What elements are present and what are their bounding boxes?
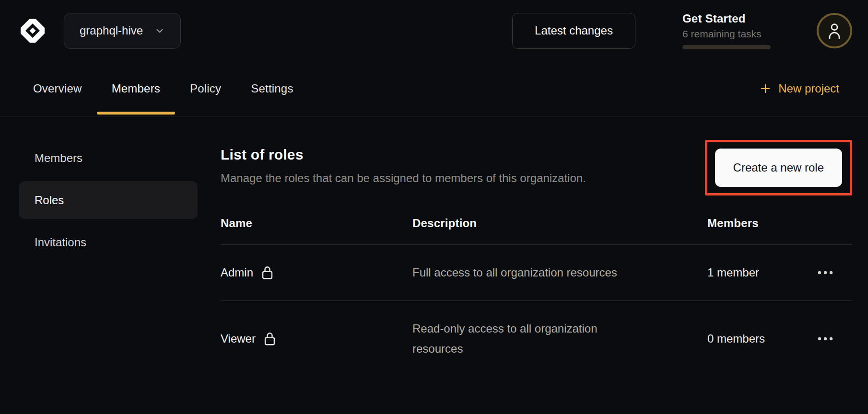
new-project-label: New project <box>778 82 839 95</box>
sidebar-item-roles-label: Roles <box>35 194 64 207</box>
role-description: Read-only access to all organization res… <box>412 319 650 359</box>
role-row-viewer: Viewer Read-only access to all organizat… <box>221 301 852 377</box>
plus-icon <box>759 82 772 95</box>
sidebar-item-members[interactable]: Members <box>19 139 198 177</box>
lock-icon <box>261 265 274 280</box>
column-header-description: Description <box>412 204 707 245</box>
create-role-button[interactable]: Create a new role <box>715 149 842 187</box>
get-started-title: Get Started <box>682 12 771 25</box>
tab-policy[interactable]: Policy <box>175 61 236 116</box>
roles-table-header-row: Name Description Members <box>221 204 852 245</box>
new-project-button[interactable]: New project <box>759 82 839 95</box>
role-menu-button[interactable] <box>818 332 833 345</box>
user-icon <box>827 22 842 39</box>
role-members-count: 1 member <box>707 266 759 279</box>
org-selector[interactable]: graphql-hive <box>64 13 181 49</box>
hive-logo-icon <box>17 15 48 46</box>
tab-members[interactable]: Members <box>97 61 175 116</box>
sidebar-item-roles[interactable]: Roles <box>19 181 198 219</box>
ellipsis-icon <box>818 337 833 341</box>
roles-titles: List of roles Manage the roles that can … <box>221 140 586 185</box>
page-title: List of roles <box>221 140 586 163</box>
role-description: Full access to all organization resource… <box>412 263 650 283</box>
sidebar-item-invitations[interactable]: Invitations <box>19 223 198 261</box>
tab-policy-label: Policy <box>190 82 221 95</box>
latest-changes-label: Latest changes <box>535 24 613 37</box>
roles-table: Name Description Members Admin <box>221 204 852 377</box>
roles-panel-header: List of roles Manage the roles that can … <box>221 140 852 196</box>
tab-members-label: Members <box>112 82 160 95</box>
annotation-highlight-box: Create a new role <box>705 140 852 196</box>
org-tabbar: Overview Members Policy Settings New pro… <box>0 61 868 116</box>
get-started-progress-bar <box>682 45 771 49</box>
roles-panel: List of roles Manage the roles that can … <box>221 140 852 377</box>
role-members-count: 0 members <box>707 332 765 345</box>
tab-settings-label: Settings <box>251 82 293 95</box>
column-header-name: Name <box>221 204 412 245</box>
get-started-widget[interactable]: Get Started 6 remaining tasks <box>682 12 771 49</box>
column-header-actions <box>809 204 852 245</box>
role-row-admin: Admin Full access to all organization re… <box>221 245 852 301</box>
get-started-subtitle: 6 remaining tasks <box>682 28 771 40</box>
sidebar-item-invitations-label: Invitations <box>35 236 86 249</box>
role-name: Admin <box>221 266 253 279</box>
role-name: Viewer <box>221 332 256 345</box>
role-menu-button[interactable] <box>818 266 833 279</box>
org-selector-value: graphql-hive <box>80 24 143 37</box>
tab-overview[interactable]: Overview <box>18 61 97 116</box>
members-sidebar: Members Roles Invitations <box>19 139 198 261</box>
tab-overview-label: Overview <box>33 82 82 95</box>
user-avatar[interactable] <box>817 13 852 48</box>
content-area: Members Roles Invitations List of roles … <box>0 116 868 377</box>
column-header-members: Members <box>707 204 809 245</box>
ellipsis-icon <box>818 271 833 275</box>
latest-changes-button[interactable]: Latest changes <box>512 13 635 49</box>
tab-settings[interactable]: Settings <box>236 61 308 116</box>
lock-icon <box>263 332 276 346</box>
sidebar-item-members-label: Members <box>35 151 82 165</box>
chevron-down-icon <box>154 25 165 36</box>
page-subtitle: Manage the roles that can be assigned to… <box>221 172 586 185</box>
topbar: graphql-hive Latest changes Get Started … <box>0 0 868 61</box>
